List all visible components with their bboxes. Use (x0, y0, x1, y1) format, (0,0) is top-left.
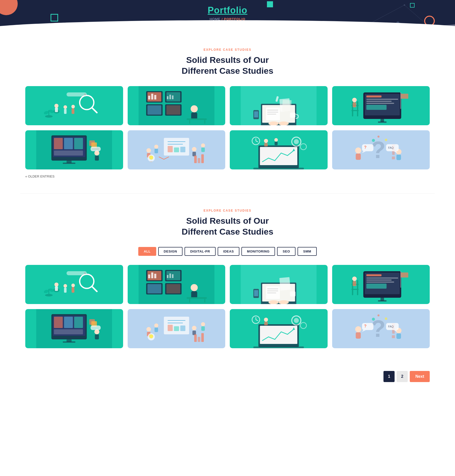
next-button[interactable]: Next (410, 371, 430, 382)
portfolio-card[interactable] (25, 309, 123, 348)
portfolio-card[interactable] (230, 309, 328, 348)
svg-point-120 (264, 139, 268, 143)
portfolio-card[interactable] (230, 86, 328, 125)
portfolio-card[interactable]: ? ! ? FAQ (332, 309, 430, 348)
card-search-art-2 (25, 265, 123, 304)
svg-rect-195 (366, 280, 392, 281)
older-entries-link[interactable]: « OLDER ENTRIES (25, 174, 430, 178)
portfolio-card[interactable] (25, 86, 123, 125)
svg-rect-59 (366, 99, 398, 100)
filter-btn-ideas[interactable]: IDEAS (218, 247, 239, 256)
svg-rect-28 (169, 95, 171, 99)
page-2-button[interactable]: 2 (397, 371, 408, 382)
svg-point-99 (192, 147, 196, 152)
svg-rect-17 (66, 92, 87, 96)
svg-rect-254 (264, 322, 268, 325)
svg-rect-236 (201, 326, 205, 331)
svg-rect-205 (353, 281, 356, 286)
svg-rect-61 (366, 103, 394, 104)
filter-btn-digital-pr[interactable]: DIGITAL-PR (185, 247, 215, 256)
svg-point-139 (385, 139, 387, 141)
svg-rect-201 (357, 280, 358, 295)
svg-point-269 (377, 314, 379, 316)
svg-rect-36 (187, 118, 207, 120)
svg-rect-241 (201, 333, 204, 342)
svg-rect-58 (366, 95, 381, 97)
filter-btn-monitoring[interactable]: MONITORING (241, 247, 275, 256)
portfolio-card[interactable] (25, 265, 123, 304)
portfolio-card[interactable] (128, 130, 225, 169)
svg-point-171 (191, 284, 198, 291)
svg-point-155 (84, 272, 86, 274)
svg-rect-232 (154, 328, 158, 332)
svg-point-233 (192, 326, 196, 330)
svg-rect-170 (166, 284, 180, 293)
svg-rect-133 (396, 155, 401, 160)
svg-rect-78 (74, 138, 83, 149)
portfolio-card[interactable] (230, 130, 328, 169)
svg-rect-26 (154, 95, 156, 99)
portfolio-card[interactable] (128, 309, 225, 348)
svg-rect-76 (54, 138, 63, 149)
svg-rect-199 (378, 300, 386, 302)
portfolio-card[interactable] (128, 86, 225, 125)
svg-text:FAQ: FAQ (388, 325, 394, 328)
svg-rect-64 (378, 121, 386, 123)
section1-title: Solid Results of Our Different Case Stud… (25, 55, 430, 76)
page-1-button[interactable]: 1 (383, 371, 395, 382)
filter-btn-seo[interactable]: SEO (277, 247, 295, 256)
portfolio-card[interactable] (230, 265, 328, 304)
hero-header: Portfolio HOME / PORTFOLIO (0, 0, 455, 33)
svg-rect-239 (194, 334, 197, 342)
filter-btn-smm[interactable]: SMM (298, 247, 317, 256)
portfolio-card[interactable] (332, 265, 430, 304)
svg-point-238 (149, 334, 153, 338)
filter-btn-design[interactable]: DESIGN (158, 247, 183, 256)
svg-rect-162 (151, 272, 153, 278)
svg-rect-226 (168, 325, 173, 331)
svg-rect-227 (174, 326, 179, 331)
filter-btn-all[interactable]: ALL (138, 247, 156, 256)
portfolio-card[interactable] (128, 265, 225, 304)
svg-rect-52 (282, 100, 291, 112)
svg-point-101 (201, 143, 205, 147)
svg-text:?: ? (364, 324, 367, 328)
breadcrumb-current: PORTFOLIO (224, 17, 245, 21)
svg-point-8 (54, 104, 58, 108)
svg-rect-92 (168, 146, 173, 152)
svg-rect-121 (264, 143, 268, 146)
svg-rect-165 (169, 273, 171, 278)
section2-label: EXPLORE CASE STUDIES (25, 209, 430, 212)
portfolio-card[interactable] (332, 86, 430, 125)
svg-point-147 (63, 284, 67, 288)
svg-point-105 (149, 156, 153, 160)
svg-text:FAQ: FAQ (388, 146, 394, 149)
svg-rect-196 (366, 282, 394, 283)
filter-tabs: ALL DESIGN DIGITAL-PR IDEAS MONITORING S… (25, 247, 430, 256)
svg-point-270 (385, 317, 387, 320)
portfolio-card[interactable] (25, 130, 123, 169)
svg-rect-71 (401, 94, 408, 99)
svg-rect-128 (356, 154, 361, 160)
svg-rect-29 (172, 95, 173, 99)
svg-rect-33 (166, 105, 180, 115)
svg-rect-197 (366, 284, 386, 289)
svg-text:?: ? (364, 145, 367, 149)
portfolio-card[interactable]: ? ! ? FAQ (332, 130, 430, 169)
section-2: EXPLORE CASE STUDIES Solid Results of Ou… (0, 194, 455, 363)
svg-rect-104 (150, 161, 152, 162)
svg-rect-154 (66, 271, 87, 275)
svg-rect-70 (353, 102, 356, 107)
card-webdev-art (332, 86, 430, 125)
svg-rect-27 (167, 96, 168, 99)
svg-point-34 (191, 105, 198, 112)
svg-rect-203 (351, 289, 359, 290)
svg-point-12 (71, 105, 75, 108)
svg-rect-212 (64, 317, 73, 328)
card-ecommerce-art (25, 130, 123, 169)
svg-point-258 (355, 326, 361, 332)
svg-rect-112 (253, 168, 304, 169)
breadcrumb-home[interactable]: HOME (210, 17, 220, 21)
svg-rect-186 (290, 291, 295, 296)
card-dashboard-art (128, 86, 225, 125)
